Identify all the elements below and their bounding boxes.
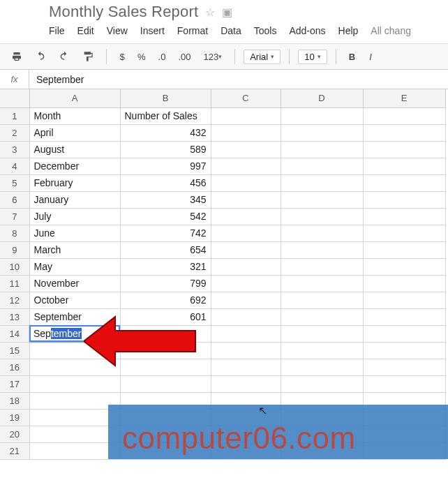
- cell[interactable]: [29, 342, 120, 359]
- cell[interactable]: [29, 375, 120, 392]
- cell[interactable]: June: [29, 225, 120, 241]
- cell[interactable]: [363, 375, 445, 392]
- cell[interactable]: [211, 191, 281, 208]
- row-header[interactable]: 7: [0, 208, 29, 225]
- increase-decimal-button[interactable]: .00: [174, 49, 195, 65]
- cell[interactable]: [211, 275, 281, 292]
- row-header[interactable]: 20: [0, 426, 29, 442]
- cell[interactable]: [281, 308, 363, 325]
- cell[interactable]: January: [29, 191, 120, 208]
- cell[interactable]: [120, 359, 211, 375]
- cell[interactable]: [29, 426, 120, 442]
- cell[interactable]: [29, 442, 120, 459]
- cell[interactable]: [363, 124, 445, 141]
- cell[interactable]: [363, 208, 445, 225]
- cell[interactable]: [363, 141, 445, 158]
- cell[interactable]: [281, 225, 363, 241]
- menu-tools[interactable]: Tools: [254, 25, 277, 36]
- cell[interactable]: [363, 241, 445, 258]
- cell[interactable]: 997: [120, 158, 211, 174]
- undo-icon[interactable]: [31, 48, 50, 65]
- cell[interactable]: [281, 258, 363, 275]
- row-header[interactable]: 15: [0, 342, 29, 359]
- decrease-decimal-button[interactable]: .0: [154, 49, 170, 65]
- cell[interactable]: [29, 409, 120, 426]
- row-header[interactable]: 18: [0, 392, 29, 409]
- cell[interactable]: [281, 107, 363, 124]
- cell[interactable]: Month: [29, 107, 120, 124]
- cell[interactable]: 432: [120, 124, 211, 141]
- cell[interactable]: [211, 141, 281, 158]
- cell[interactable]: [281, 342, 363, 359]
- cell[interactable]: March: [29, 241, 120, 258]
- cell[interactable]: [120, 342, 211, 359]
- cell[interactable]: [211, 342, 281, 359]
- menu-file[interactable]: File: [49, 25, 65, 36]
- menu-addons[interactable]: Add-ons: [289, 25, 325, 36]
- cell[interactable]: 589: [120, 141, 211, 158]
- cell[interactable]: [363, 359, 445, 375]
- menu-format[interactable]: Format: [177, 25, 208, 36]
- cell[interactable]: [211, 158, 281, 174]
- cell[interactable]: [281, 275, 363, 292]
- row-header[interactable]: 14: [0, 325, 29, 342]
- cell[interactable]: [363, 225, 445, 241]
- cell[interactable]: [281, 141, 363, 158]
- cell[interactable]: [29, 359, 120, 375]
- cell[interactable]: [363, 158, 445, 174]
- cell[interactable]: [211, 308, 281, 325]
- redo-icon[interactable]: [54, 48, 74, 65]
- cell[interactable]: [211, 107, 281, 124]
- select-all-corner[interactable]: [0, 89, 29, 107]
- cell[interactable]: April: [29, 124, 120, 141]
- cell[interactable]: [281, 191, 363, 208]
- cell[interactable]: September: [29, 308, 120, 325]
- row-header[interactable]: 2: [0, 124, 29, 141]
- cell[interactable]: [363, 191, 445, 208]
- cell[interactable]: 345: [120, 191, 211, 208]
- cell[interactable]: [211, 325, 281, 342]
- cell[interactable]: [120, 375, 211, 392]
- cell[interactable]: November: [29, 275, 120, 292]
- cell[interactable]: [281, 375, 363, 392]
- star-icon[interactable]: ☆: [205, 6, 215, 19]
- cell[interactable]: [363, 308, 445, 325]
- row-header[interactable]: 5: [0, 174, 29, 191]
- column-header-E[interactable]: E: [363, 89, 445, 107]
- cell[interactable]: [363, 258, 445, 275]
- cell[interactable]: 742: [120, 225, 211, 241]
- menu-edit[interactable]: Edit: [77, 25, 94, 36]
- spreadsheet-grid[interactable]: A B C D E 1MonthNumber of Sales2April432…: [0, 89, 448, 460]
- font-family-select[interactable]: Arial ▾: [244, 50, 281, 64]
- cell[interactable]: 601: [120, 308, 211, 325]
- print-icon[interactable]: [7, 48, 27, 65]
- cell[interactable]: [363, 174, 445, 191]
- column-header-D[interactable]: D: [281, 89, 363, 107]
- cell[interactable]: [281, 208, 363, 225]
- cell[interactable]: 321: [120, 258, 211, 275]
- row-header[interactable]: 8: [0, 225, 29, 241]
- row-header[interactable]: 3: [0, 141, 29, 158]
- column-header-C[interactable]: C: [211, 89, 281, 107]
- cell[interactable]: August: [29, 141, 120, 158]
- menu-insert[interactable]: Insert: [140, 25, 165, 36]
- font-size-select[interactable]: 10 ▾: [298, 50, 327, 64]
- cell[interactable]: 654: [120, 241, 211, 258]
- cell[interactable]: [281, 241, 363, 258]
- cell[interactable]: May: [29, 258, 120, 275]
- cell[interactable]: [281, 325, 363, 342]
- cell[interactable]: [211, 375, 281, 392]
- cell[interactable]: [281, 158, 363, 174]
- row-header[interactable]: 12: [0, 292, 29, 308]
- cell[interactable]: [281, 292, 363, 308]
- cell[interactable]: [363, 325, 445, 342]
- cell[interactable]: [211, 241, 281, 258]
- number-format-button[interactable]: 123 ▾: [199, 49, 226, 65]
- cell[interactable]: 692: [120, 292, 211, 308]
- row-header[interactable]: 4: [0, 158, 29, 174]
- active-cell-editor[interactable]: September: [29, 325, 120, 342]
- bold-button[interactable]: B: [345, 49, 359, 65]
- column-header-A[interactable]: A: [29, 89, 120, 107]
- cell[interactable]: October: [29, 292, 120, 308]
- column-header-B[interactable]: B: [120, 89, 211, 107]
